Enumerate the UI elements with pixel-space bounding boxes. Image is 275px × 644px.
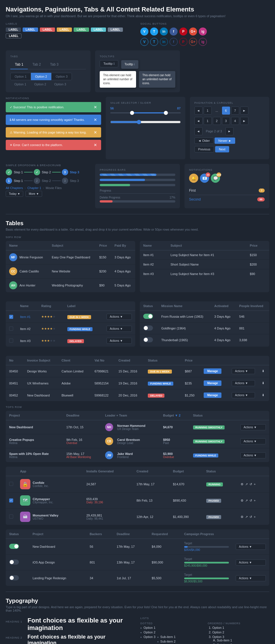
pag-next-btn[interactable]: Next <box>215 146 229 152</box>
actions-dropdown-1[interactable]: Actions ▼ <box>107 314 132 320</box>
budget-3: $3,900 <box>163 452 186 455</box>
share-icon-2[interactable]: ↗ <box>245 499 248 502</box>
pag-p4[interactable]: 4 <box>231 117 239 125</box>
toggle-on-1[interactable] <box>143 314 153 319</box>
actions8-2[interactable]: Actions ▼ <box>236 559 266 566</box>
notif-danger-close[interactable]: ✕ <box>94 143 97 147</box>
pag-older-btn[interactable]: ◄ Older <box>195 138 214 144</box>
notif-chat-btn[interactable]: 💬 NEW <box>211 174 220 183</box>
more-icon-1[interactable]: + <box>254 482 256 486</box>
social-facebook-btn[interactable]: f <box>170 28 178 36</box>
social-linkedin-btn[interactable]: in <box>160 28 168 36</box>
social-twitter-outline-btn[interactable]: T <box>150 38 158 46</box>
pag-p1[interactable]: 1 <box>204 117 212 125</box>
tab-1[interactable]: Tab 1 <box>10 60 28 69</box>
social-twitter-btn[interactable]: T <box>150 28 158 36</box>
actions5-1[interactable]: Actions ▼ <box>232 368 255 374</box>
download-icon-3[interactable]: ⬇ <box>262 393 264 397</box>
pag-6[interactable]: 6 <box>222 107 230 115</box>
notif-info-close[interactable]: ✕ <box>94 117 97 122</box>
actions-dropdown-3[interactable]: Actions ▼ <box>107 338 132 344</box>
share-icon-3[interactable]: ↗ <box>245 515 248 519</box>
refresh-icon-3[interactable]: ↺ <box>250 515 252 519</box>
more-dropdown[interactable]: More ▼ <box>25 191 42 197</box>
checkbox7-3[interactable] <box>9 515 13 519</box>
social-linkedin-outline-btn[interactable]: in <box>160 38 168 46</box>
toggle-off-2[interactable] <box>143 325 153 331</box>
toggle-off-3[interactable] <box>143 337 153 342</box>
notif-success-close[interactable]: ✕ <box>94 105 97 109</box>
range-input[interactable] <box>110 120 181 124</box>
actions8-3[interactable]: Actions ▼ <box>236 575 266 581</box>
pag-next-3[interactable]: ► <box>225 127 233 135</box>
pag-1[interactable]: 1 <box>204 107 212 115</box>
pag-next-1[interactable]: ► <box>240 107 248 115</box>
manage-btn-1[interactable]: Manage <box>204 368 221 374</box>
option3-tab[interactable]: Option 3 <box>51 73 72 80</box>
notif-bell-btn[interactable]: 🔔 <box>189 174 198 183</box>
settings-icon-2[interactable]: ⚙ <box>241 499 243 502</box>
social-vimeo-btn[interactable]: V <box>140 28 148 36</box>
pag-next-2[interactable]: ► <box>240 117 248 125</box>
social-facebook-outline-btn[interactable]: f <box>170 38 178 46</box>
pag-p2[interactable]: 2 <box>213 117 221 125</box>
option2-tab[interactable]: Option 2 <box>31 73 52 80</box>
checkbox7-2[interactable]: ✓ <box>9 498 13 502</box>
refresh-icon-1[interactable]: ↺ <box>250 482 252 486</box>
checkbox7-1[interactable] <box>9 482 13 486</box>
social-vimeo-outline-btn[interactable]: V <box>140 38 148 46</box>
refresh-icon-2[interactable]: ↺ <box>250 499 252 502</box>
actions5-2[interactable]: Actions ▼ <box>232 380 255 386</box>
download-icon-1[interactable]: ⬇ <box>262 369 264 373</box>
toggle8-3[interactable] <box>9 575 19 580</box>
pag-p3[interactable]: 3 <box>222 117 230 125</box>
settings-icon-3[interactable]: ⚙ <box>241 515 243 519</box>
pag-prev-3[interactable]: ◄ <box>195 127 203 135</box>
actions-dropdown-2[interactable]: Actions ▼ <box>107 326 132 332</box>
checkbox-checked[interactable]: ✓ <box>9 315 13 319</box>
checkbox-unchecked3[interactable] <box>9 339 13 343</box>
today-dropdown[interactable]: Today ▼ <box>6 191 23 197</box>
toggle8-1[interactable] <box>9 544 19 549</box>
manage-btn-2[interactable]: Manage <box>204 380 221 386</box>
tooltip-trigger-2[interactable]: Toolttp ℹ <box>121 60 138 69</box>
social-google-btn[interactable]: G+ <box>189 28 197 36</box>
actions8-1[interactable]: Actions ▼ <box>236 544 266 550</box>
social-instagram-btn[interactable]: ig <box>199 28 207 36</box>
breadcrumb-link-2[interactable]: Chapter 1 <box>28 186 41 190</box>
actions6-2[interactable]: Actions ▼ <box>240 438 266 444</box>
tooltip-trigger-1[interactable]: Tooltip ℹ <box>100 60 118 67</box>
social-google-outline-btn[interactable]: G+ <box>189 38 197 46</box>
share-icon-1[interactable]: ↗ <box>245 482 248 486</box>
actions5-3[interactable]: Actions ▼ <box>232 392 255 398</box>
tab-3[interactable]: Tab 3 <box>46 60 63 69</box>
notif-email-btn[interactable]: 📧 20 <box>200 174 209 183</box>
td5-no2: 00451 <box>6 377 24 389</box>
download-icon-2[interactable]: ⬇ <box>262 381 264 385</box>
pag-newer-btn[interactable]: Newer ► <box>215 138 235 144</box>
checkbox-unchecked[interactable] <box>9 327 13 331</box>
social-pinterest-btn[interactable]: P <box>179 28 187 36</box>
td8-status3 <box>6 570 29 586</box>
actions6-3[interactable]: Actions ▼ <box>240 452 266 458</box>
slider-values: 56 87 <box>110 107 181 110</box>
pag-prev-2[interactable]: ◄ <box>195 117 203 125</box>
slider-thumb-left[interactable] <box>130 111 134 115</box>
more-icon-3[interactable]: + <box>254 515 256 519</box>
pag-previous-btn[interactable]: Previous <box>195 146 214 152</box>
pag-prev-1[interactable]: ◄ <box>195 107 203 115</box>
tab-2[interactable]: Tab 2 <box>28 60 45 69</box>
option1-tab[interactable]: Option 1 <box>10 73 31 80</box>
breadcrumb-link-1[interactable]: All Chapters <box>6 186 23 190</box>
social-instagram-outline-btn[interactable]: ig <box>199 38 207 46</box>
pag-7[interactable]: 7 <box>231 107 239 115</box>
notif-warning-close[interactable]: ✕ <box>94 130 97 135</box>
manage-btn-3[interactable]: Manage <box>204 392 221 398</box>
actions6-1[interactable]: Actions ▼ <box>240 424 266 430</box>
slider-thumb-right[interactable] <box>164 111 168 115</box>
social-pinterest-outline-btn[interactable]: P <box>179 38 187 46</box>
toggle8-2[interactable] <box>9 559 19 565</box>
settings-icon-1[interactable]: ⚙ <box>241 482 243 486</box>
td5-vat2: 58952154 <box>91 377 115 389</box>
more-icon-2[interactable]: + <box>254 499 256 502</box>
